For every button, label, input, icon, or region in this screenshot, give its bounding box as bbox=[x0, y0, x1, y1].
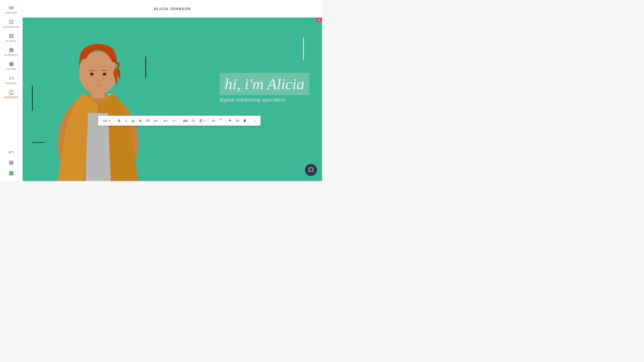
toolbar-divider-3 bbox=[180, 118, 180, 123]
sidebar-item-colors[interactable]: COLORS bbox=[0, 59, 22, 73]
sidebar-label-colors: COLORS bbox=[6, 68, 17, 70]
checkmark-icon bbox=[253, 119, 256, 122]
toolbar-divider-1 bbox=[114, 118, 115, 123]
sidebar-label-effects: EFFECTS bbox=[6, 82, 17, 84]
font-size-up-button[interactable]: A bbox=[162, 118, 170, 123]
trash-icon bbox=[243, 119, 247, 122]
undo-icon bbox=[9, 149, 14, 155]
sidebar-bottom bbox=[0, 145, 22, 178]
chevron-down-icon bbox=[108, 119, 111, 122]
sidebar-item-effects[interactable]: fx EFFECTS bbox=[0, 73, 22, 87]
canvas-area[interactable]: fx bbox=[23, 18, 322, 181]
code-button[interactable]: <> bbox=[152, 118, 159, 124]
help-icon bbox=[9, 160, 14, 165]
deco-line-left bbox=[32, 85, 33, 111]
font-size-down-button[interactable]: A bbox=[171, 118, 178, 123]
color-picker-button[interactable] bbox=[227, 118, 233, 123]
svg-point-4 bbox=[11, 21, 12, 23]
svg-point-3 bbox=[9, 21, 10, 23]
strikethrough-button[interactable]: S bbox=[137, 118, 143, 124]
blocks-icon bbox=[9, 33, 14, 39]
hero-text-container[interactable]: hi, i'm Alicia digital marketing special… bbox=[220, 73, 309, 103]
main-area: ALICIA JOHNSON fx bbox=[23, 0, 322, 181]
sidebar-label-progress: PROGRESS bbox=[4, 96, 18, 99]
quote-button[interactable]: " bbox=[218, 117, 224, 124]
line-height-button[interactable] bbox=[190, 118, 197, 123]
hero-heading[interactable]: hi, i'm Alicia bbox=[225, 75, 304, 93]
sidebar-label-dashboard: DASHBOARD bbox=[3, 26, 19, 28]
color-fill-icon bbox=[228, 119, 232, 122]
accept-button[interactable] bbox=[251, 118, 258, 123]
sidebar-item-elements[interactable]: ELEMENTS bbox=[0, 45, 22, 59]
svg-point-25 bbox=[87, 76, 87, 76]
puzzle-icon bbox=[9, 47, 14, 53]
deco-dash-left bbox=[32, 142, 44, 143]
svg-point-22 bbox=[106, 77, 107, 77]
delete-button[interactable] bbox=[242, 118, 248, 123]
sidebar-item-blocks[interactable]: BLOCKS bbox=[0, 31, 22, 45]
svg-point-0 bbox=[9, 20, 10, 21]
underline-button[interactable]: U bbox=[130, 118, 136, 124]
toolbar-divider-4 bbox=[208, 118, 209, 123]
svg-rect-9 bbox=[9, 34, 11, 36]
sidebar-label-preview: PREVIEW bbox=[6, 12, 17, 14]
sidebar-item-progress[interactable]: PROGRESS bbox=[0, 87, 22, 101]
eye-icon bbox=[9, 5, 14, 11]
sidebar-item-dashboard[interactable]: DASHBOARD bbox=[0, 17, 22, 31]
deco-line-right bbox=[303, 38, 304, 60]
toolbar-divider-6 bbox=[250, 118, 250, 123]
svg-point-6 bbox=[9, 23, 10, 24]
heading-level-selector[interactable]: H2 bbox=[101, 118, 113, 124]
page-title: ALICIA JOHNSON bbox=[154, 7, 191, 11]
svg-point-21 bbox=[90, 77, 91, 78]
chevron-down-icon-font-down bbox=[175, 120, 177, 122]
link-button[interactable] bbox=[210, 118, 217, 123]
svg-point-8 bbox=[12, 23, 14, 24]
clear-format-button[interactable]: Tx bbox=[234, 118, 240, 123]
sidebar-label-blocks: BLOCKS bbox=[6, 40, 16, 42]
chat-icon bbox=[308, 167, 314, 173]
person-image bbox=[45, 18, 171, 181]
svg-rect-12 bbox=[11, 36, 13, 38]
sidebar: PREVIEW DASHBOARD BLOCKS ELEMENTS COLORS bbox=[0, 0, 23, 181]
text-align-button[interactable] bbox=[198, 118, 207, 123]
svg-text:fx: fx bbox=[9, 76, 14, 80]
svg-point-5 bbox=[12, 21, 14, 23]
undo-button[interactable] bbox=[0, 147, 22, 157]
chat-button[interactable] bbox=[305, 164, 317, 176]
link-icon bbox=[212, 119, 215, 122]
line-height-icon bbox=[192, 119, 195, 122]
svg-point-7 bbox=[11, 23, 12, 24]
effects-icon: fx bbox=[9, 75, 14, 81]
help-button[interactable] bbox=[0, 157, 22, 168]
svg-point-23 bbox=[95, 80, 96, 80]
svg-point-19 bbox=[91, 73, 93, 75]
text-transform-button[interactable]: AB bbox=[181, 118, 189, 124]
align-icon bbox=[199, 119, 203, 122]
svg-point-1 bbox=[11, 20, 12, 21]
sidebar-item-preview[interactable]: PREVIEW bbox=[0, 3, 22, 17]
svg-rect-10 bbox=[11, 34, 13, 36]
droplet-icon bbox=[9, 61, 14, 67]
check-button[interactable] bbox=[0, 168, 22, 178]
bold-button[interactable]: B bbox=[116, 118, 122, 124]
chevron-down-icon-font-up bbox=[166, 120, 168, 122]
heading-level-label: H2 bbox=[103, 119, 107, 123]
dashboard-icon bbox=[9, 19, 14, 25]
toolbar-divider-2 bbox=[160, 118, 161, 123]
toolbar-divider-5 bbox=[225, 118, 225, 123]
tt-button[interactable]: TT bbox=[144, 118, 151, 124]
svg-rect-11 bbox=[9, 36, 11, 38]
check-icon bbox=[9, 170, 14, 176]
fx-badge[interactable]: fx bbox=[316, 18, 322, 22]
svg-point-24 bbox=[100, 80, 101, 81]
chevron-down-icon-align bbox=[203, 120, 205, 122]
hero-heading-selected[interactable]: hi, i'm Alicia bbox=[220, 73, 309, 95]
bag-icon bbox=[9, 89, 14, 95]
italic-button[interactable]: I bbox=[123, 118, 129, 124]
sidebar-label-elements: ELEMENTS bbox=[5, 54, 18, 56]
svg-point-2 bbox=[12, 20, 14, 21]
hero-subheading[interactable]: digital marketing specialist bbox=[220, 97, 309, 103]
svg-point-20 bbox=[103, 73, 105, 75]
text-formatting-toolbar: H2 B I U S TT <> A bbox=[98, 116, 261, 126]
